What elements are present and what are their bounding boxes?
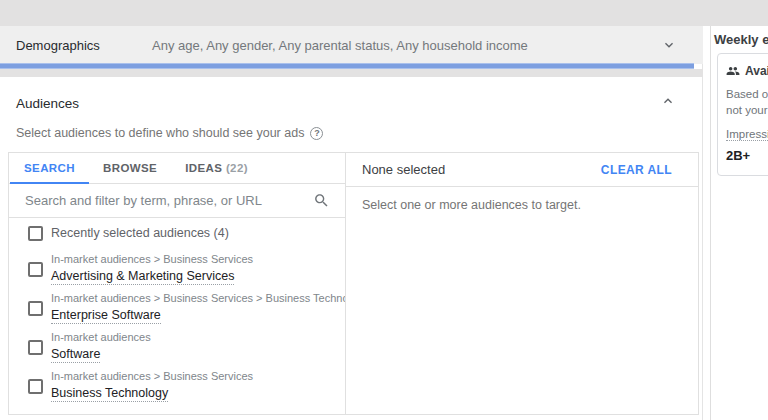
audiences-subtitle-text: Select audiences to define who should se… xyxy=(16,126,304,140)
audience-picker-selection-pane: None selected CLEAR ALL Select one or mo… xyxy=(346,153,698,414)
picker-tabs: SEARCH BROWSE IDEAS (22) xyxy=(9,153,345,184)
tab-ideas-count: (22) xyxy=(226,162,248,174)
section-divider-strip xyxy=(0,69,703,77)
tab-ideas[interactable]: IDEAS (22) xyxy=(171,153,262,183)
list-item-text: In-market audiences > Business Services … xyxy=(51,292,345,324)
demographics-row[interactable]: Demographics Any age, Any gender, Any pa… xyxy=(0,26,703,64)
audience-results-list: Recently selected audiences (4) In-marke… xyxy=(9,218,345,409)
audience-breadcrumb: In-market audiences > Business Services xyxy=(51,370,253,383)
people-icon xyxy=(726,64,740,78)
card-body-line: Based on xyxy=(726,86,768,102)
list-item-text: In-market audiences > Business Services … xyxy=(51,253,253,285)
tab-search[interactable]: SEARCH xyxy=(10,153,89,183)
selection-header: None selected CLEAR ALL xyxy=(346,153,698,187)
help-icon[interactable]: ? xyxy=(310,127,323,140)
audiences-subtitle: Select audiences to define who should se… xyxy=(16,126,323,140)
available-audience-card: Availa Based on not your b Impressio 2B+ xyxy=(717,53,768,176)
list-item[interactable]: Recently selected audiences (4) xyxy=(9,223,345,243)
chevron-up-icon[interactable] xyxy=(660,93,676,109)
audience-breadcrumb: In-market audiences xyxy=(51,331,151,344)
checkbox[interactable] xyxy=(28,379,43,394)
audience-search-input[interactable] xyxy=(25,193,313,208)
search-icon[interactable] xyxy=(313,192,330,209)
audiences-section-title: Audiences xyxy=(16,96,79,111)
available-card-body: Based on not your b xyxy=(726,86,768,118)
top-section-band xyxy=(0,0,768,26)
audience-title[interactable]: Advertising & Marketing Services xyxy=(51,268,234,285)
main-content-column: Demographics Any age, Any gender, Any pa… xyxy=(0,26,703,420)
available-card-title: Availa xyxy=(745,64,768,78)
impressions-metric-label[interactable]: Impressio xyxy=(726,128,768,141)
checkbox[interactable] xyxy=(28,226,43,241)
audience-picker: SEARCH BROWSE IDEAS (22) xyxy=(8,152,699,415)
section-progress-bar xyxy=(0,64,694,68)
audience-title[interactable]: Business Technology xyxy=(51,385,168,402)
checkbox[interactable] xyxy=(28,262,43,277)
demographics-label: Demographics xyxy=(16,38,100,53)
audience-title[interactable]: Enterprise Software xyxy=(51,307,161,324)
list-item-label: Recently selected audiences (4) xyxy=(51,226,229,240)
impressions-metric-value: 2B+ xyxy=(726,148,768,163)
tab-ideas-label: IDEAS xyxy=(185,162,222,174)
google-ads-audience-screen: Demographics Any age, Any gender, Any pa… xyxy=(0,0,768,420)
list-item-text: In-market audiences Software xyxy=(51,331,151,363)
tab-browse-label: BROWSE xyxy=(103,162,157,174)
clear-all-button[interactable]: CLEAR ALL xyxy=(601,163,672,177)
tab-search-label: SEARCH xyxy=(24,162,75,174)
list-item[interactable]: In-market audiences > Business Services … xyxy=(9,292,345,324)
checkbox[interactable] xyxy=(28,340,43,355)
audience-breadcrumb: In-market audiences > Business Services … xyxy=(51,292,345,305)
weekly-estimates-panel: Weekly est Availa Based on not your b Im… xyxy=(710,26,768,420)
card-body-line: not your b xyxy=(726,102,768,118)
list-item-text: In-market audiences > Business Services … xyxy=(51,370,253,402)
list-item[interactable]: In-market audiences > Business Services … xyxy=(9,253,345,285)
tab-browse[interactable]: BROWSE xyxy=(89,153,171,183)
list-item[interactable]: In-market audiences Software xyxy=(9,331,345,363)
checkbox[interactable] xyxy=(28,301,43,316)
weekly-estimates-title: Weekly est xyxy=(714,32,768,47)
audience-breadcrumb: In-market audiences > Business Services xyxy=(51,253,253,266)
audience-title[interactable]: Software xyxy=(51,346,100,363)
audience-picker-left-pane: SEARCH BROWSE IDEAS (22) xyxy=(9,153,346,414)
list-item[interactable]: In-market audiences > Business Services … xyxy=(9,370,345,402)
selection-empty-message: Select one or more audiences to target. xyxy=(346,187,698,223)
audience-search-bar xyxy=(9,184,345,218)
chevron-down-icon[interactable] xyxy=(661,37,677,53)
demographics-summary: Any age, Any gender, Any parental status… xyxy=(152,38,528,53)
selection-status: None selected xyxy=(362,162,445,177)
available-card-header: Availa xyxy=(726,64,768,78)
